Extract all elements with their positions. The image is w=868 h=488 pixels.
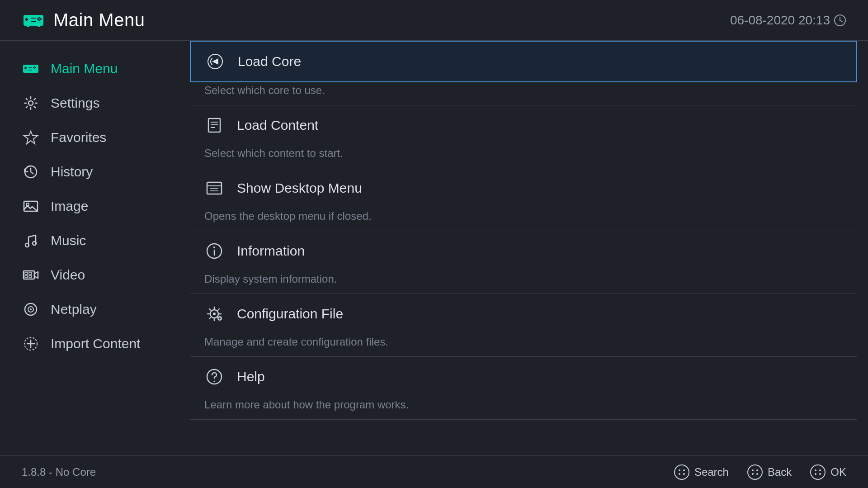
svg-point-67 bbox=[756, 473, 758, 475]
menu-desc-show-desktop-menu: Opens the desktop menu if closed. bbox=[190, 208, 857, 231]
menu-item-help[interactable]: Help bbox=[190, 357, 857, 397]
sidebar-label-netplay: Netplay bbox=[51, 302, 97, 317]
menu-desc-help: Learn more about how the program works. bbox=[190, 397, 857, 419]
footer-controls: Search Back OK bbox=[674, 464, 846, 480]
menu-item-container-load-core: Load Core Select which core to use. bbox=[190, 41, 857, 105]
sidebar-label-video: Video bbox=[51, 267, 85, 283]
svg-rect-16 bbox=[25, 67, 26, 70]
sidebar-label-settings: Settings bbox=[51, 95, 99, 111]
svg-rect-34 bbox=[29, 275, 32, 278]
svg-rect-22 bbox=[28, 70, 32, 71]
menu-label-configuration-file: Configuration File bbox=[237, 306, 343, 322]
ok-controller-icon bbox=[810, 464, 826, 480]
svg-rect-21 bbox=[28, 67, 32, 68]
header-left: Main Menu bbox=[22, 9, 145, 32]
menu-item-load-core[interactable]: Load Core bbox=[190, 41, 857, 82]
svg-point-29 bbox=[33, 242, 36, 245]
header: Main Menu 06-08-2020 20:13 bbox=[0, 0, 868, 41]
clock-icon bbox=[834, 14, 846, 27]
app-logo-icon bbox=[22, 9, 45, 32]
information-icon bbox=[204, 241, 224, 261]
sidebar-item-import-content[interactable]: Import Content bbox=[0, 327, 190, 361]
menu-desc-information: Display system information. bbox=[190, 271, 857, 294]
search-controller-icon bbox=[674, 464, 690, 480]
svg-rect-2 bbox=[26, 18, 27, 21]
datetime-text: 06-08-2020 20:13 bbox=[730, 13, 830, 28]
footer: 1.8.8 - No Core Search Back bbox=[0, 455, 868, 488]
svg-point-65 bbox=[756, 469, 758, 471]
menu-label-load-core: Load Core bbox=[238, 54, 301, 69]
sidebar-label-music: Music bbox=[51, 233, 86, 248]
svg-point-72 bbox=[819, 473, 821, 475]
svg-rect-33 bbox=[25, 275, 28, 278]
datetime-display: 06-08-2020 20:13 bbox=[730, 13, 846, 28]
menu-item-container-load-content: Load Content Select which content to sta… bbox=[190, 105, 857, 168]
load-core-icon bbox=[205, 52, 225, 71]
menu-item-load-content[interactable]: Load Content bbox=[190, 105, 857, 145]
svg-rect-19 bbox=[34, 66, 35, 67]
show-desktop-menu-icon bbox=[204, 178, 224, 198]
svg-point-68 bbox=[811, 465, 825, 479]
svg-point-37 bbox=[30, 308, 32, 310]
menu-item-container-help: Help Learn more about how the program wo… bbox=[190, 357, 857, 420]
sidebar-item-settings[interactable]: Settings bbox=[0, 86, 190, 120]
sidebar-item-music[interactable]: Music bbox=[0, 223, 190, 258]
menu-item-container-show-desktop-menu: Show Desktop Menu Opens the desktop menu… bbox=[190, 168, 857, 231]
sidebar: Main Menu Settings Favorites bbox=[0, 41, 190, 455]
svg-marker-24 bbox=[24, 131, 38, 144]
svg-rect-5 bbox=[38, 17, 40, 19]
sidebar-label-history: History bbox=[51, 164, 93, 180]
svg-rect-7 bbox=[31, 18, 36, 19]
ok-button[interactable]: OK bbox=[810, 464, 846, 480]
menu-label-help: Help bbox=[237, 369, 265, 384]
menu-item-configuration-file[interactable]: Configuration File bbox=[190, 294, 857, 334]
svg-point-28 bbox=[25, 243, 29, 247]
svg-rect-6 bbox=[38, 19, 40, 21]
sidebar-item-favorites[interactable]: Favorites bbox=[0, 120, 190, 155]
menu-desc-load-core: Select which core to use. bbox=[190, 82, 857, 105]
sidebar-item-history[interactable]: History bbox=[0, 155, 190, 189]
ok-label: OK bbox=[830, 466, 846, 479]
back-controller-icon bbox=[747, 464, 763, 480]
sidebar-item-video[interactable]: Video bbox=[0, 258, 190, 292]
video-icon bbox=[22, 266, 40, 284]
back-button[interactable]: Back bbox=[747, 464, 792, 480]
menu-desc-configuration-file: Manage and create configuration files. bbox=[190, 334, 857, 356]
music-icon bbox=[22, 232, 40, 250]
menu-item-container-configuration-file: Configuration File Manage and create con… bbox=[190, 294, 857, 357]
menu-item-container-information: Information Display system information. bbox=[190, 231, 857, 294]
svg-point-61 bbox=[679, 473, 680, 475]
search-button[interactable]: Search bbox=[674, 464, 729, 480]
svg-point-58 bbox=[675, 465, 689, 479]
svg-point-70 bbox=[819, 469, 821, 471]
svg-point-60 bbox=[683, 469, 685, 471]
svg-point-52 bbox=[213, 246, 215, 248]
menu-label-show-desktop-menu: Show Desktop Menu bbox=[237, 180, 362, 196]
configuration-file-icon bbox=[204, 304, 224, 324]
sidebar-item-main-menu[interactable]: Main Menu bbox=[0, 52, 190, 86]
svg-point-9 bbox=[27, 24, 29, 27]
history-icon bbox=[22, 163, 40, 181]
svg-point-66 bbox=[752, 473, 754, 475]
main-layout: Main Menu Settings Favorites bbox=[0, 41, 868, 455]
sidebar-item-netplay[interactable]: Netplay bbox=[0, 292, 190, 327]
sidebar-label-favorites: Favorites bbox=[51, 130, 106, 145]
svg-point-62 bbox=[683, 473, 685, 475]
search-label: Search bbox=[694, 466, 729, 479]
main-menu-icon bbox=[22, 60, 40, 78]
menu-label-information: Information bbox=[237, 243, 305, 259]
menu-item-show-desktop-menu[interactable]: Show Desktop Menu bbox=[190, 168, 857, 208]
sidebar-item-image[interactable]: Image bbox=[0, 189, 190, 223]
settings-icon bbox=[22, 94, 40, 112]
svg-rect-20 bbox=[34, 68, 35, 69]
svg-point-69 bbox=[815, 469, 816, 471]
menu-item-information[interactable]: Information bbox=[190, 231, 857, 271]
page-title: Main Menu bbox=[53, 10, 145, 30]
svg-point-23 bbox=[28, 101, 33, 105]
svg-rect-3 bbox=[37, 18, 39, 20]
menu-label-load-content: Load Content bbox=[237, 118, 318, 133]
menu-desc-load-content: Select which content to start. bbox=[190, 145, 857, 168]
help-icon bbox=[204, 367, 224, 387]
svg-point-71 bbox=[815, 473, 816, 475]
image-icon bbox=[22, 197, 40, 215]
